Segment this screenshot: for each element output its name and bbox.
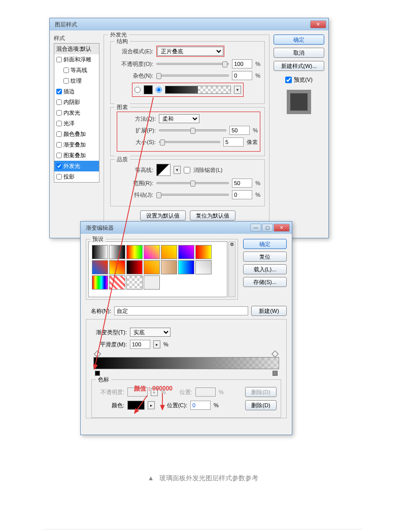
style-item-5[interactable]: 内阴影: [54, 97, 99, 108]
ok-button[interactable]: 确定: [274, 34, 324, 45]
opacity-slider[interactable]: [156, 63, 229, 65]
preset-swatch-10[interactable]: [144, 260, 160, 274]
opacity-stop-right[interactable]: [272, 350, 279, 358]
style-item-8[interactable]: 颜色叠加: [54, 129, 99, 139]
ge-new-button[interactable]: 新建(W): [251, 306, 287, 316]
ge-type-select[interactable]: 实底: [130, 328, 171, 337]
cancel-button[interactable]: 取消: [274, 48, 324, 58]
preset-swatch-9[interactable]: [126, 260, 143, 274]
ge-save-button[interactable]: 存储(S)...: [243, 277, 287, 287]
ge-minimize-button[interactable]: —: [250, 224, 261, 232]
range-slider[interactable]: [156, 182, 229, 184]
style-checkbox[interactable]: [56, 131, 62, 137]
style-checkbox[interactable]: [63, 67, 69, 73]
ge-smooth-dropdown[interactable]: ▸: [153, 340, 160, 348]
titlebar[interactable]: 图层样式 ✕: [50, 18, 328, 30]
preview-checkbox[interactable]: [285, 77, 292, 83]
jitter-slider[interactable]: [156, 194, 229, 196]
reset-default-button[interactable]: 复位为默认值: [190, 210, 235, 221]
contour-dropdown[interactable]: ▼: [174, 166, 181, 174]
preset-swatch-5[interactable]: [178, 245, 194, 259]
style-item-11[interactable]: 外发光: [54, 161, 99, 171]
gradient-bar[interactable]: [93, 357, 279, 369]
style-item-3[interactable]: 纹理: [54, 76, 99, 86]
style-checkbox[interactable]: [56, 142, 62, 148]
style-checkbox[interactable]: [56, 89, 62, 94]
style-item-12[interactable]: 投影: [54, 171, 99, 182]
ge-reset-button[interactable]: 复位: [243, 252, 287, 262]
preset-swatch-14[interactable]: [92, 275, 108, 290]
preset-swatch-16[interactable]: [126, 275, 143, 290]
preset-swatch-12[interactable]: [178, 260, 194, 274]
style-checkbox[interactable]: [56, 174, 62, 180]
preset-swatch-1[interactable]: [109, 245, 125, 259]
preset-swatch-0[interactable]: [92, 245, 108, 259]
spread-input[interactable]: [229, 126, 250, 135]
style-checkbox[interactable]: [56, 163, 62, 169]
opacity-input[interactable]: [232, 59, 252, 68]
preset-swatch-15[interactable]: [109, 275, 125, 290]
noise-slider[interactable]: [156, 75, 229, 77]
antialias-label: 消除锯齿(L): [193, 166, 222, 174]
preset-swatch-13[interactable]: [195, 260, 212, 274]
style-checkbox[interactable]: [56, 99, 62, 105]
color-swatch[interactable]: [144, 85, 153, 94]
opacity-stop-left[interactable]: [94, 350, 101, 358]
style-checkbox[interactable]: [56, 57, 62, 62]
outer-glow-group: 外发光 结构 混合模式(E): 正片叠底 不透明度(O):: [104, 34, 269, 225]
ge-ok-button[interactable]: 确定: [243, 239, 287, 249]
ge-close-button[interactable]: ✕: [274, 224, 290, 232]
preset-swatch-2[interactable]: [126, 245, 143, 259]
size-input[interactable]: [223, 137, 244, 147]
preset-swatch-6[interactable]: [195, 245, 212, 259]
jitter-input[interactable]: [232, 190, 252, 199]
gradient-radio[interactable]: [156, 87, 162, 93]
style-item-4[interactable]: 描边: [54, 86, 99, 97]
set-default-button[interactable]: 设置为默认值: [140, 210, 186, 221]
ge-pos2-input[interactable]: [190, 401, 211, 410]
noise-input[interactable]: [232, 71, 252, 80]
preset-menu-button[interactable]: ⚙: [228, 241, 235, 297]
style-item-7[interactable]: 光泽: [54, 118, 99, 129]
ge-color-swatch[interactable]: [127, 401, 145, 410]
color-stop-left[interactable]: [95, 371, 100, 376]
ge-delete2-button[interactable]: 删除(D): [245, 400, 277, 410]
style-item-0[interactable]: 混合选项:默认: [54, 44, 99, 54]
preset-swatch-3[interactable]: [144, 245, 160, 259]
ge-color-dropdown[interactable]: ▸: [148, 401, 155, 409]
style-item-10[interactable]: 图案叠加: [54, 150, 99, 161]
blend-mode-select[interactable]: 正片叠底: [157, 47, 223, 56]
color-radio[interactable]: [134, 87, 141, 93]
preset-swatch-17[interactable]: [144, 275, 160, 290]
ge-titlebar[interactable]: 渐变编辑器 — ▢ ✕: [81, 222, 292, 234]
ge-load-button[interactable]: 载入(L)...: [243, 264, 287, 274]
size-slider[interactable]: [159, 141, 220, 143]
ge-maximize-button[interactable]: ▢: [262, 224, 273, 232]
style-item-1[interactable]: 斜面和浮雕: [54, 54, 99, 65]
color-stop-right[interactable]: [273, 371, 278, 376]
style-item-6[interactable]: 内发光: [54, 108, 99, 118]
sidebar-label: 样式: [54, 34, 99, 42]
style-item-2[interactable]: 等高线: [54, 65, 99, 76]
preset-swatch-8[interactable]: [109, 260, 125, 274]
style-checkbox[interactable]: [56, 110, 62, 116]
style-checkbox[interactable]: [63, 78, 69, 84]
spread-slider[interactable]: [159, 129, 226, 131]
ge-smooth-pct: %: [163, 341, 168, 347]
new-style-button[interactable]: 新建样式(W)...: [274, 61, 324, 71]
preset-swatch-7[interactable]: [92, 260, 108, 274]
ge-smooth-input[interactable]: [130, 340, 150, 349]
antialias-checkbox[interactable]: [184, 167, 190, 173]
preset-swatch-4[interactable]: [161, 245, 177, 259]
contour-swatch[interactable]: [156, 164, 171, 176]
style-checkbox[interactable]: [56, 121, 62, 126]
gradient-dropdown[interactable]: ▼: [234, 86, 241, 94]
gradient-preview[interactable]: [165, 86, 231, 94]
close-button[interactable]: ✕: [310, 20, 326, 28]
style-item-9[interactable]: 渐变叠加: [54, 139, 99, 150]
range-input[interactable]: [232, 179, 252, 188]
style-checkbox[interactable]: [56, 153, 62, 158]
method-select[interactable]: 柔和: [159, 114, 199, 123]
ge-name-input[interactable]: [114, 306, 248, 315]
preset-swatch-11[interactable]: [161, 260, 177, 274]
